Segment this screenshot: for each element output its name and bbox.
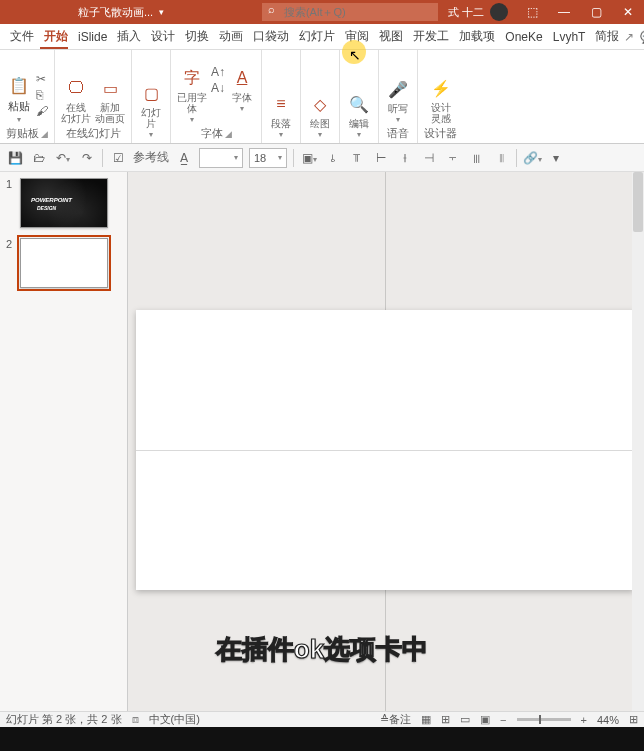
tab-pocket[interactable]: 口袋动 <box>248 24 294 49</box>
chevron-down-icon[interactable]: ▾ <box>149 130 153 139</box>
share-icon[interactable]: ↗ <box>624 30 634 44</box>
chevron-down-icon[interactable]: ▾ <box>240 104 244 113</box>
new-slide-button[interactable]: ▢ 幻灯 片 ▾ <box>138 80 164 139</box>
tab-transition[interactable]: 切换 <box>180 24 214 49</box>
editing-button[interactable]: 🔍 编辑 ▾ <box>346 91 372 139</box>
chevron-down-icon[interactable]: ▾ <box>318 130 322 139</box>
tab-design[interactable]: 设计 <box>146 24 180 49</box>
reading-view-icon[interactable]: ▭ <box>460 713 470 726</box>
folder-icon[interactable]: 🗁 <box>30 151 48 165</box>
copy-icon[interactable]: ⎘ <box>36 88 48 102</box>
format-painter-icon[interactable]: 🖌 <box>36 104 48 118</box>
paragraph-button[interactable]: ≡ 段落 ▾ <box>268 91 294 139</box>
align-right-icon[interactable]: ⊣ <box>420 151 438 165</box>
align-top-icon[interactable]: ⫪ <box>348 151 366 165</box>
zoom-slider[interactable] <box>517 718 571 721</box>
drawing-button[interactable]: ◇ 绘图 ▾ <box>307 91 333 139</box>
tab-brief[interactable]: 简报 <box>590 24 624 49</box>
align-left-icon[interactable]: ⊢ <box>372 151 390 165</box>
align-middle-icon[interactable]: ⫟ <box>444 151 462 165</box>
font-label: 字体 <box>232 92 252 103</box>
chevron-down-icon[interactable]: ▾ <box>279 130 283 139</box>
redo-icon[interactable]: ↷ <box>78 151 96 165</box>
tab-insert[interactable]: 插入 <box>112 24 146 49</box>
notes-button[interactable]: ≙备注 <box>380 712 411 727</box>
search-input[interactable] <box>262 3 438 21</box>
avatar[interactable] <box>490 3 508 21</box>
tab-animation[interactable]: 动画 <box>214 24 248 49</box>
scroll-thumb[interactable] <box>633 172 643 232</box>
font-button[interactable]: A 字体 ▾ <box>229 65 255 124</box>
tab-file[interactable]: 文件 <box>0 24 39 49</box>
minimize-button[interactable]: — <box>548 0 580 24</box>
chevron-down-icon[interactable]: ▾ <box>547 151 565 165</box>
new-anim-button[interactable]: ▭ 新加 动画页 <box>95 75 125 124</box>
distribute-v-icon[interactable]: ⫴ <box>492 151 510 165</box>
align-center-h-icon[interactable]: ⫲ <box>396 151 414 165</box>
language-label[interactable]: 中文(中国) <box>149 712 200 727</box>
zoom-out-icon[interactable]: − <box>500 714 506 726</box>
tab-onekey[interactable]: OneKe <box>500 24 547 49</box>
thumbnail-2[interactable]: 2 <box>0 238 127 298</box>
slide-thumbnail[interactable]: POWERPOINT DESIGN <box>20 178 108 228</box>
design-ideas-button[interactable]: ⚡ 设计 灵感 <box>428 75 454 124</box>
checkbox-icon[interactable]: ☑ <box>109 151 127 165</box>
tab-addins[interactable]: 加载项 <box>454 24 500 49</box>
slideshow-view-icon[interactable]: ▣ <box>480 713 490 726</box>
paste-button[interactable]: 📋 粘贴 ▾ <box>6 72 32 124</box>
chevron-down-icon[interactable]: ▾ <box>17 115 21 124</box>
used-font-button[interactable]: 字 已用字 体 ▾ <box>177 65 207 124</box>
link-icon[interactable]: 🔗▾ <box>523 151 541 165</box>
title-bar: 粒子飞散动画... ▾ ⌕ 式 十二 ⬚ — ▢ ✕ <box>0 0 644 24</box>
thumbnail-1[interactable]: 1 POWERPOINT DESIGN <box>0 178 127 238</box>
online-slides-button[interactable]: 🖵 在线 幻灯片 <box>61 75 91 124</box>
tray-button[interactable]: ⬚ <box>516 0 548 24</box>
font-family-combo[interactable]: ▾ <box>199 148 243 168</box>
ribbon: 📋 粘贴 ▾ ✂ ⎘ 🖌 剪贴板◢ 🖵 在线 幻灯片 ▭ 新加 动画页 在线幻灯… <box>0 50 644 144</box>
maximize-button[interactable]: ▢ <box>580 0 612 24</box>
slide-thumbnail[interactable] <box>20 238 108 288</box>
tab-home[interactable]: 开始 <box>39 24 73 49</box>
align-bottom-icon[interactable]: ⫰ <box>324 151 342 165</box>
chevron-down-icon[interactable]: ▾ <box>190 115 194 124</box>
tab-review[interactable]: 审阅 <box>340 24 374 49</box>
dialog-launcher-icon[interactable]: ◢ <box>41 129 48 139</box>
increase-font-icon[interactable]: A↑ <box>211 65 225 79</box>
guides-label[interactable]: 参考线 <box>133 149 169 166</box>
tab-view[interactable]: 视图 <box>374 24 408 49</box>
tab-developer[interactable]: 开发工 <box>408 24 454 49</box>
tab-slideshow[interactable]: 幻灯片 <box>294 24 340 49</box>
chevron-down-icon[interactable]: ▾ <box>159 7 164 17</box>
save-icon[interactable]: 💾 <box>6 151 24 165</box>
dictate-button[interactable]: 🎤 听写 ▾ <box>385 76 411 124</box>
sorter-view-icon[interactable]: ⊞ <box>441 713 450 726</box>
chevron-down-icon[interactable]: ▾ <box>396 115 400 124</box>
user-area[interactable]: 式 十二 <box>448 3 508 21</box>
normal-view-icon[interactable]: ▦ <box>421 713 431 726</box>
tab-islide[interactable]: iSlide <box>73 24 112 49</box>
fit-window-icon[interactable]: ⊞ <box>629 713 638 726</box>
accessibility-icon[interactable]: ⧈ <box>132 713 139 726</box>
find-icon: 🔍 <box>346 91 372 117</box>
comments-icon[interactable]: 💬 <box>640 30 644 44</box>
slide-counter[interactable]: 幻灯片 第 2 张，共 2 张 <box>6 712 122 727</box>
text-box-icon[interactable]: A̲ <box>175 151 193 165</box>
font-size-combo[interactable]: 18▾ <box>249 148 287 168</box>
tab-lvyh[interactable]: LvyhT <box>548 24 591 49</box>
search-wrap: ⌕ <box>262 3 438 21</box>
shape-fill-icon[interactable]: ▣▾ <box>300 151 318 165</box>
video-subtitle: 在插件ok选项卡中 <box>0 632 644 667</box>
chevron-down-icon[interactable]: ▾ <box>357 130 361 139</box>
zoom-in-icon[interactable]: + <box>581 714 587 726</box>
cut-icon[interactable]: ✂ <box>36 72 48 86</box>
slide-label: 幻灯 片 <box>141 107 161 129</box>
undo-icon[interactable]: ↶▾ <box>54 151 72 165</box>
decrease-font-icon[interactable]: A↓ <box>211 81 225 95</box>
ribbon-tabs: 文件 开始 iSlide 插入 设计 切换 动画 口袋动 幻灯片 审阅 视图 开… <box>0 24 644 50</box>
document-title[interactable]: 粒子飞散动画... ▾ <box>78 5 164 20</box>
dialog-launcher-icon[interactable]: ◢ <box>225 129 232 139</box>
close-button[interactable]: ✕ <box>612 0 644 24</box>
distribute-h-icon[interactable]: ⫼ <box>468 151 486 165</box>
zoom-level[interactable]: 44% <box>597 714 619 726</box>
thumb-subtitle: DESIGN <box>37 205 56 211</box>
